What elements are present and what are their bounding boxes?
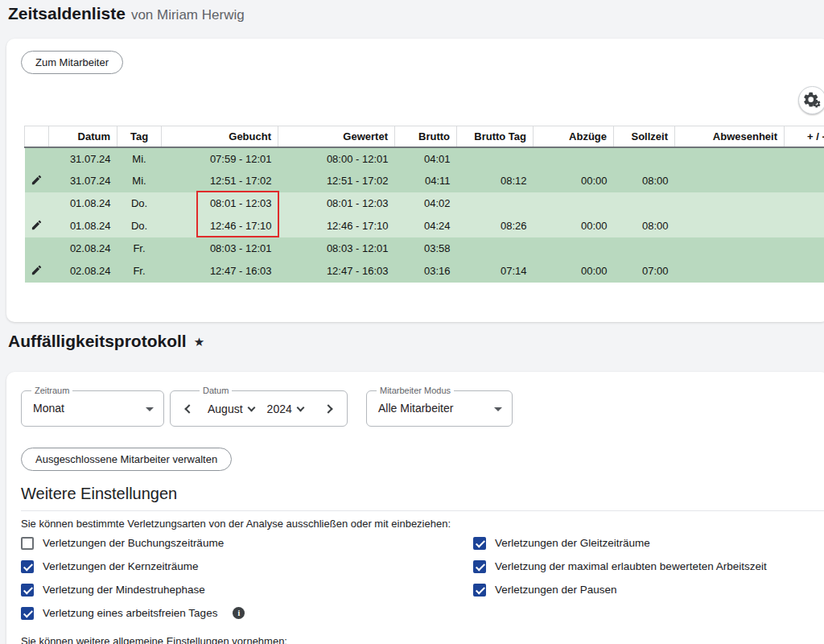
cell-tag: Do. (117, 192, 162, 215)
checkbox-column-left: Verletzungen der Buchungszeiträume Verle… (21, 536, 245, 630)
cell-gewertet: 12:46 - 17:10 (278, 215, 395, 237)
edit-button[interactable] (31, 219, 43, 231)
cell-saldo (785, 170, 824, 192)
cell-datum: 01.08.24 (49, 215, 117, 237)
cell-gebucht: 08:01 - 12:03 (162, 192, 278, 215)
manage-excluded-employees-button[interactable]: Ausgeschlossene Mitarbeiter verwalten (21, 448, 232, 471)
month-select[interactable]: August (208, 402, 254, 415)
cell-sollzeit (614, 147, 675, 170)
col-gewertet: Gewertet (278, 126, 395, 147)
checkbox-row: Verletzung der Mindestruhephase (21, 583, 245, 597)
col-edit (25, 126, 49, 147)
cell-brutto-tag: 07:14 (457, 260, 534, 283)
info-icon[interactable]: i (233, 607, 245, 619)
chevron-down-icon (247, 403, 255, 411)
checkbox-gleitzeitraeume[interactable] (473, 537, 486, 550)
chevron-right-icon (323, 404, 332, 413)
pencil-icon (31, 174, 43, 186)
checkbox-column-right: Verletzungen der Gleitzeiträume Verletzu… (473, 536, 767, 606)
cell-datum: 02.08.24 (49, 237, 117, 260)
checkbox-label: Verletzung eines arbeitsfreien Tages (43, 607, 217, 619)
zeitraum-select[interactable]: Zeitraum Monat (21, 390, 164, 427)
next-month-button[interactable] (321, 399, 336, 419)
page-title: Zeitsaldenliste (8, 4, 126, 23)
col-brutto: Brutto (395, 126, 457, 147)
table-row: 01.08.24 Do. 12:46 - 17:10 12:46 - 17:10… (25, 215, 824, 237)
col-saldo: + / - (785, 126, 824, 147)
checkbox-label: Verletzungen der Pausen (495, 584, 617, 596)
table-settings-button[interactable] (798, 86, 824, 114)
checkbox-kernzeitraeume[interactable] (21, 560, 34, 573)
cell-abzuege: 00:00 (534, 215, 614, 237)
cell-brutto: 04:02 (395, 192, 457, 215)
cell-gewertet: 08:00 - 12:01 (278, 147, 395, 170)
cell-abzuege (534, 147, 614, 170)
cell-gebucht: 08:03 - 12:01 (162, 237, 278, 260)
checkbox-label: Verletzungen der Kernzeiträume (43, 560, 199, 572)
table-row: 02.08.24 Fr. 12:47 - 16:03 12:47 - 16:03… (25, 260, 824, 283)
cell-brutto-tag (457, 237, 534, 260)
checkbox-row: Verletzung der maximal erlaubten bewerte… (473, 559, 767, 573)
edit-cell (25, 147, 49, 170)
checkbox-arbeitsfreier-tag[interactable] (21, 607, 34, 620)
datum-picker: Datum August 2024 (170, 390, 348, 427)
cell-abwesenheit (675, 260, 785, 283)
mitarbeiter-modus-select[interactable]: Mitarbeiter Modus Alle Mitarbeiter (366, 390, 513, 427)
cell-abzuege: 00:00 (534, 260, 614, 283)
table-header-row: Datum Tag Gebucht Gewertet Brutto Brutto… (25, 126, 824, 147)
dropdown-caret-icon (146, 407, 154, 411)
settings-intro-text: Sie können bestimmte Verletzungsarten vo… (21, 518, 451, 530)
cell-brutto: 04:11 (395, 170, 457, 192)
edit-cell (25, 215, 49, 237)
cell-tag: Fr. (117, 237, 162, 260)
cell-sollzeit: 08:00 (614, 215, 675, 237)
cell-sollzeit (614, 192, 675, 215)
checkbox-mindestruhephase[interactable] (21, 584, 34, 597)
cell-saldo (785, 215, 824, 237)
time-balance-card: Zum Mitarbeiter (6, 39, 824, 322)
cell-gebucht: 12:47 - 16:03 (162, 260, 278, 283)
month-value: August (208, 402, 243, 415)
checkbox-pausen[interactable] (473, 584, 486, 597)
settings-section-title: Weitere Einstellungen (21, 485, 824, 511)
cell-gewertet: 08:01 - 12:03 (278, 192, 395, 215)
section-header: Auffälligkeitsprotokoll ★ (8, 332, 204, 351)
pencil-icon (31, 264, 43, 276)
time-balance-table-wrap: Datum Tag Gebucht Gewertet Brutto Brutto… (24, 126, 824, 283)
gear-icon (804, 92, 822, 109)
cell-gewertet: 12:47 - 16:03 (278, 260, 395, 283)
checkbox-row: Verletzungen der Gleitzeiträume (473, 536, 767, 550)
cell-abwesenheit (675, 192, 785, 215)
dropdown-caret-icon (494, 407, 502, 411)
checkbox-buchungszeitraeume[interactable] (21, 537, 34, 550)
mitarbeiter-modus-label: Mitarbeiter Modus (377, 386, 454, 395)
col-sollzeit: Sollzeit (614, 126, 675, 147)
cell-gebucht: 12:51 - 17:02 (162, 170, 278, 192)
cell-abwesenheit (675, 237, 785, 260)
page-header: Zeitsaldenliste von Miriam Herwig (8, 4, 245, 23)
checkbox-row: Verletzungen der Pausen (473, 583, 767, 597)
checkbox-label: Verletzungen der Gleitzeiträume (495, 537, 650, 549)
cell-abzuege (534, 192, 614, 215)
zeitraum-value: Monat (22, 391, 163, 426)
prev-month-button[interactable] (182, 399, 196, 419)
year-select[interactable]: 2024 (267, 402, 303, 415)
cell-datum: 31.07.24 (49, 147, 117, 170)
settings-footer-text: Sie können weitere allgemeine Einstellun… (21, 635, 287, 644)
cell-brutto: 04:24 (395, 215, 457, 237)
checkbox-max-arbeitszeit[interactable] (473, 560, 486, 573)
table-row: 31.07.24 Mi. 12:51 - 17:02 12:51 - 17:02… (25, 170, 824, 192)
cell-brutto-tag: 08:12 (457, 170, 534, 192)
edit-button[interactable] (31, 174, 43, 186)
cell-saldo (785, 237, 824, 260)
star-icon[interactable]: ★ (194, 336, 204, 348)
col-abzuege: Abzüge (534, 126, 614, 147)
col-gebucht: Gebucht (162, 126, 278, 147)
cell-brutto-tag (457, 147, 534, 170)
edit-button[interactable] (31, 264, 43, 276)
section-title: Auffälligkeitsprotokoll (8, 332, 187, 351)
col-abwesenheit: Abwesenheit (675, 126, 785, 147)
cell-brutto: 03:16 (395, 260, 457, 283)
to-employee-button[interactable]: Zum Mitarbeiter (21, 51, 123, 74)
page-subtitle: von Miriam Herwig (131, 7, 245, 23)
